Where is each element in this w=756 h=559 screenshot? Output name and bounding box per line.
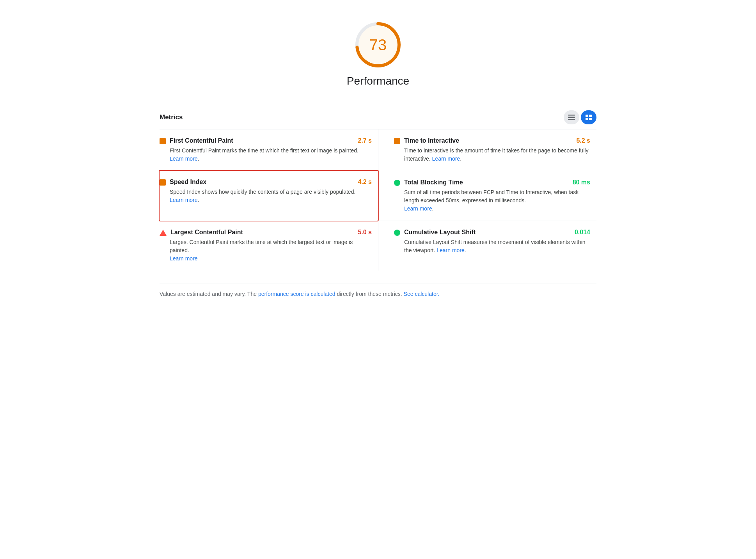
cls-learn-more[interactable]: Learn more <box>437 247 465 253</box>
tbt-value: 80 ms <box>573 179 590 186</box>
si-learn-more[interactable]: Learn more <box>170 197 198 203</box>
lcp-name: Largest Contentful Paint <box>170 229 243 236</box>
footer-note: Values are estimated and may vary. The p… <box>160 283 596 298</box>
tbt-name: Total Blocking Time <box>404 179 463 186</box>
lcp-icon <box>160 230 167 236</box>
svg-rect-8 <box>589 118 592 120</box>
score-label: Performance <box>347 75 409 87</box>
cls-desc: Cumulative Layout Shift measures the mov… <box>394 238 590 255</box>
tti-value: 5.2 s <box>576 137 590 144</box>
tti-icon <box>394 138 400 144</box>
tbt-icon <box>394 180 400 186</box>
si-desc: Speed Index shows how quickly the conten… <box>160 188 372 204</box>
grid-view-button[interactable] <box>581 110 596 124</box>
calculator-link[interactable]: See calculator. <box>404 291 440 297</box>
footer-text-before: Values are estimated and may vary. The <box>160 291 258 297</box>
svg-rect-7 <box>586 118 588 120</box>
lcp-desc: Largest Contentful Paint marks the time … <box>160 238 372 263</box>
view-toggle <box>564 110 596 124</box>
fcp-name: First Contentful Paint <box>170 137 233 144</box>
metrics-title: Metrics <box>160 113 183 121</box>
metric-lcp: Largest Contentful Paint 5.0 s Largest C… <box>160 221 378 271</box>
score-value: 73 <box>369 36 387 54</box>
svg-rect-2 <box>568 115 575 116</box>
si-name: Speed Index <box>170 179 206 186</box>
metric-si: Speed Index 4.2 s Speed Index shows how … <box>159 170 379 221</box>
tbt-desc: Sum of all time periods between FCP and … <box>394 188 590 213</box>
lcp-value: 5.0 s <box>358 229 372 236</box>
score-circle: 73 <box>353 19 403 70</box>
metric-cls: Cumulative Layout Shift 0.014 Cumulative… <box>378 221 596 271</box>
metric-tti: Time to Interactive 5.2 s Time to intera… <box>378 129 596 171</box>
svg-rect-6 <box>589 115 592 117</box>
si-icon <box>160 179 166 186</box>
tti-learn-more[interactable]: Learn more <box>432 156 460 162</box>
cls-name: Cumulative Layout Shift <box>404 229 476 236</box>
metric-tbt: Total Blocking Time 80 ms Sum of all tim… <box>378 171 596 221</box>
list-view-button[interactable] <box>564 110 579 124</box>
lcp-learn-more[interactable]: Learn more <box>170 255 198 262</box>
cls-value: 0.014 <box>575 229 590 236</box>
cls-icon <box>394 230 400 236</box>
metrics-grid: First Contentful Paint 2.7 s First Conte… <box>160 129 596 271</box>
svg-rect-4 <box>568 119 575 120</box>
svg-rect-5 <box>586 115 588 117</box>
fcp-learn-more[interactable]: Learn more <box>170 156 198 162</box>
metric-fcp: First Contentful Paint 2.7 s First Conte… <box>160 129 378 171</box>
tti-desc: Time to interactive is the amount of tim… <box>394 147 590 163</box>
tti-name: Time to Interactive <box>404 137 459 144</box>
performance-score-link[interactable]: performance score is calculated <box>258 291 335 297</box>
score-section: 73 Performance <box>160 8 596 95</box>
si-value: 4.2 s <box>358 179 372 186</box>
tbt-learn-more[interactable]: Learn more <box>404 205 432 212</box>
svg-rect-3 <box>568 117 575 118</box>
fcp-icon <box>160 138 166 144</box>
metrics-header: Metrics <box>160 103 596 129</box>
footer-text-middle: directly from these metrics. <box>335 291 404 297</box>
fcp-value: 2.7 s <box>358 137 372 144</box>
fcp-desc: First Contentful Paint marks the time at… <box>160 147 372 163</box>
